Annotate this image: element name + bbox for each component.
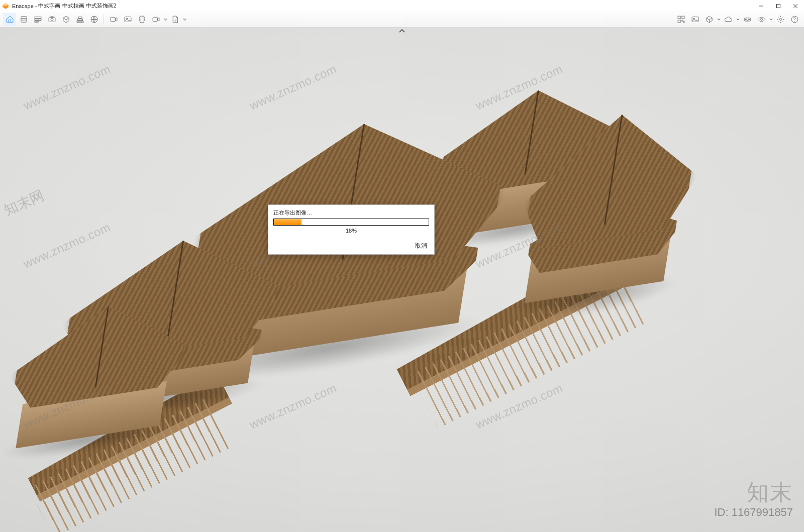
svg-rect-3 <box>777 4 780 8</box>
cube-icon[interactable] <box>702 13 716 26</box>
app-icon <box>2 3 9 10</box>
site-context-icon[interactable] <box>87 13 100 26</box>
help-icon[interactable] <box>788 13 801 26</box>
svg-rect-11 <box>35 21 38 22</box>
image-icon[interactable] <box>121 13 134 26</box>
dialog-title: 正在导出图像… <box>273 209 429 217</box>
svg-rect-9 <box>35 17 41 19</box>
maximize-button[interactable] <box>770 0 787 12</box>
svg-rect-31 <box>683 22 684 23</box>
render-viewport[interactable]: www.znzmo.com www.znzmo.com www.znzmo.co… <box>0 28 804 532</box>
model-scene <box>0 28 804 532</box>
svg-rect-17 <box>77 19 82 21</box>
minimize-button[interactable] <box>753 0 770 12</box>
chevron-down-icon[interactable] <box>736 18 740 21</box>
vr-icon[interactable] <box>741 13 754 26</box>
toolbar-separator <box>104 15 104 25</box>
svg-rect-20 <box>111 17 115 22</box>
close-button[interactable] <box>787 0 804 12</box>
svg-point-41 <box>794 21 794 21</box>
svg-rect-25 <box>153 17 157 22</box>
chevron-down-icon[interactable] <box>717 18 721 21</box>
panel-toggle-chevron-icon[interactable] <box>398 29 406 34</box>
video-settings-icon[interactable] <box>107 13 120 26</box>
window-controls <box>753 0 804 12</box>
visual-settings-icon[interactable] <box>755 13 768 26</box>
cancel-button[interactable]: 取消 <box>413 241 429 251</box>
svg-point-13 <box>51 18 53 21</box>
svg-rect-32 <box>692 17 698 22</box>
main-toolbar <box>0 12 804 28</box>
svg-point-39 <box>779 18 782 21</box>
screenshot-icon[interactable] <box>45 13 58 26</box>
asset-library-icon[interactable] <box>59 13 72 26</box>
batch-render-icon[interactable] <box>73 13 86 26</box>
chevron-down-icon[interactable] <box>182 18 186 21</box>
favorite-views-icon[interactable] <box>31 13 44 26</box>
progress-percent-label: 18% <box>273 228 429 234</box>
panorama-export-icon[interactable] <box>135 13 148 26</box>
svg-rect-28 <box>681 16 684 19</box>
svg-rect-29 <box>678 20 680 23</box>
cloud-icon[interactable] <box>722 13 735 26</box>
svg-rect-10 <box>35 19 41 21</box>
svg-point-38 <box>760 18 762 20</box>
app-name: Enscape <box>12 3 34 9</box>
qr-icon[interactable] <box>674 13 687 26</box>
svg-point-37 <box>748 19 750 21</box>
svg-rect-18 <box>78 17 81 19</box>
export-icon[interactable] <box>168 13 181 26</box>
chevron-down-icon[interactable] <box>163 18 167 21</box>
home-icon[interactable] <box>3 13 16 26</box>
views-icon[interactable] <box>17 13 30 26</box>
svg-rect-6 <box>21 17 26 22</box>
document-title: 中式字画 中式挂画 中式装饰画2 <box>38 2 116 10</box>
progress-fill <box>274 219 301 225</box>
svg-point-36 <box>745 19 747 21</box>
video-export-icon[interactable] <box>149 13 162 26</box>
svg-rect-30 <box>681 20 682 21</box>
svg-rect-27 <box>678 16 680 19</box>
gallery-icon[interactable] <box>688 13 701 26</box>
export-progress-dialog: 正在导出图像… 18% 取消 <box>268 204 435 255</box>
chevron-down-icon[interactable] <box>769 18 773 21</box>
svg-rect-16 <box>77 21 83 23</box>
svg-rect-21 <box>125 17 131 22</box>
title-bar: Enscape - 中式字画 中式挂画 中式装饰画2 <box>0 0 804 12</box>
progress-bar <box>273 219 429 226</box>
svg-rect-12 <box>49 17 55 22</box>
general-settings-icon[interactable] <box>774 13 787 26</box>
